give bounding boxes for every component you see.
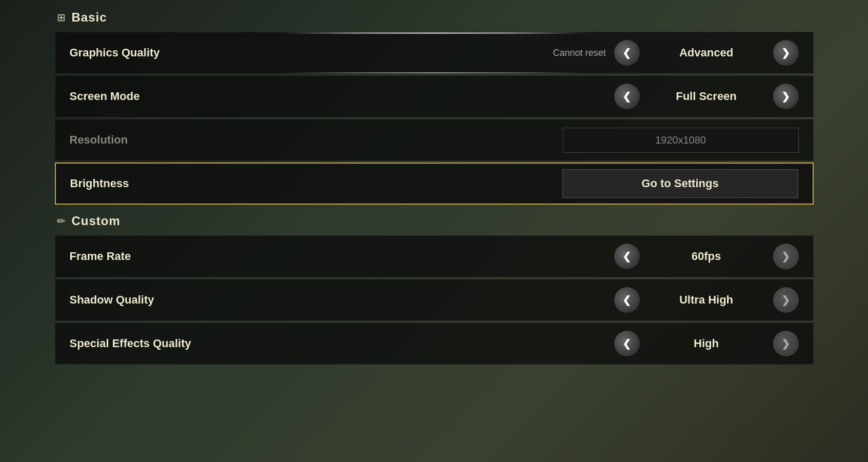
frame-rate-control: ❮ 60fps ❯ — [563, 244, 799, 269]
special-effects-quality-next-btn[interactable]: ❯ — [773, 331, 799, 356]
special-effects-quality-label: Special Effects Quality — [70, 337, 563, 350]
shadow-quality-label: Shadow Quality — [70, 293, 563, 307]
graphics-quality-label: Graphics Quality — [70, 46, 553, 59]
screen-mode-control: ❮ Full Screen ❯ — [563, 84, 799, 109]
shadow-quality-row: Shadow Quality ❮ Ultra High ❯ — [55, 279, 814, 321]
cannot-reset-label: Cannot reset — [553, 48, 605, 58]
shadow-quality-prev-btn[interactable]: ❮ — [614, 287, 640, 313]
screen-mode-row: Screen Mode ❮ Full Screen ❯ — [55, 75, 814, 117]
frame-rate-next-btn[interactable]: ❯ — [773, 244, 799, 269]
screen-mode-next-btn[interactable]: ❯ — [773, 84, 799, 109]
basic-section-icon: ⊞ — [57, 11, 66, 24]
shadow-quality-next-btn[interactable]: ❯ — [773, 287, 799, 313]
custom-section-title: Custom — [72, 214, 120, 228]
graphics-quality-prev-btn[interactable]: ❮ — [614, 40, 640, 66]
shadow-quality-value: Ultra High — [640, 293, 773, 307]
resolution-label: Resolution — [70, 133, 563, 147]
special-effects-quality-row: Special Effects Quality ❮ High ❯ — [55, 323, 814, 365]
graphics-quality-value: Advanced — [640, 46, 773, 59]
custom-section-icon: ✏ — [57, 215, 66, 227]
graphics-quality-row: Graphics Quality Cannot reset ❮ Advanced… — [55, 32, 814, 74]
custom-section-header: ✏ Custom — [55, 209, 814, 233]
basic-section-header: ⊞ Basic — [55, 5, 814, 30]
screen-mode-value: Full Screen — [640, 90, 773, 103]
special-effects-quality-value: High — [640, 337, 773, 350]
resolution-row: Resolution 1920x1080 — [55, 119, 814, 161]
brightness-control: Go to Settings — [562, 169, 798, 198]
screen-mode-label: Screen Mode — [70, 90, 563, 103]
screen-mode-prev-btn[interactable]: ❮ — [614, 84, 640, 109]
brightness-row: Brightness Go to Settings — [55, 163, 814, 205]
special-effects-quality-control: ❮ High ❯ — [563, 331, 799, 356]
frame-rate-row: Frame Rate ❮ 60fps ❯ — [55, 235, 814, 277]
frame-rate-label: Frame Rate — [70, 250, 563, 263]
graphics-quality-control: Cannot reset ❮ Advanced ❯ — [553, 40, 798, 66]
frame-rate-value: 60fps — [640, 250, 773, 263]
resolution-value: 1920x1080 — [563, 128, 799, 153]
special-effects-quality-prev-btn[interactable]: ❮ — [614, 331, 640, 356]
resolution-control: 1920x1080 — [563, 128, 799, 153]
shadow-quality-control: ❮ Ultra High ❯ — [563, 287, 799, 313]
basic-section-title: Basic — [72, 10, 107, 25]
goto-settings-button[interactable]: Go to Settings — [562, 169, 798, 198]
frame-rate-prev-btn[interactable]: ❮ — [614, 244, 640, 269]
brightness-label: Brightness — [70, 177, 562, 190]
graphics-quality-next-btn[interactable]: ❯ — [773, 40, 799, 66]
